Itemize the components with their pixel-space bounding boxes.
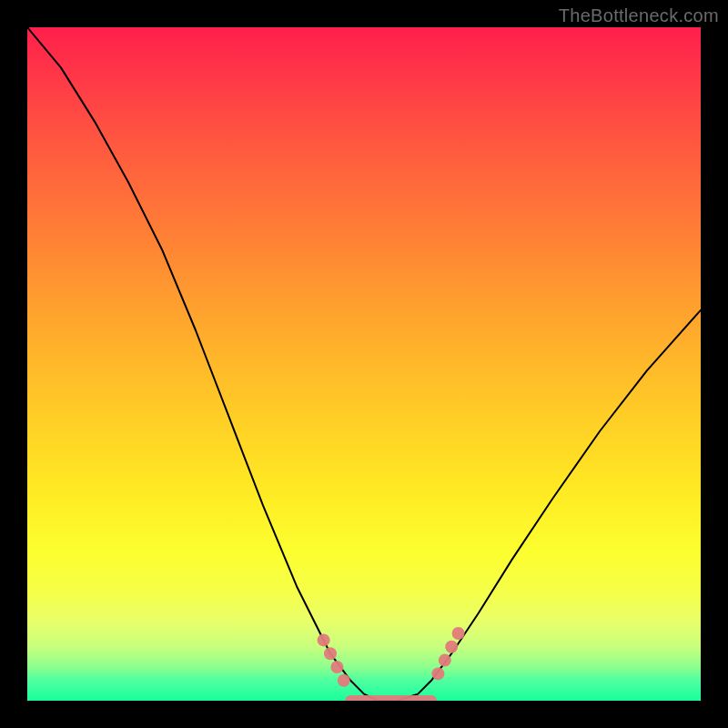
- plot-area: [27, 27, 701, 701]
- watermark-text: TheBottleneck.com: [559, 5, 719, 26]
- marker-dot: [338, 674, 350, 687]
- bottleneck-curve: [27, 27, 701, 701]
- marker-dot: [318, 633, 330, 646]
- chart-svg: [27, 27, 701, 701]
- marker-dot: [431, 667, 444, 680]
- marker-dot: [324, 647, 337, 660]
- optimal-range-dots: [318, 627, 465, 687]
- marker-dot: [330, 661, 343, 673]
- marker-dot: [452, 627, 465, 640]
- marker-dot: [445, 641, 458, 653]
- chart-frame: TheBottleneck.com: [0, 0, 728, 728]
- marker-dot: [439, 654, 451, 667]
